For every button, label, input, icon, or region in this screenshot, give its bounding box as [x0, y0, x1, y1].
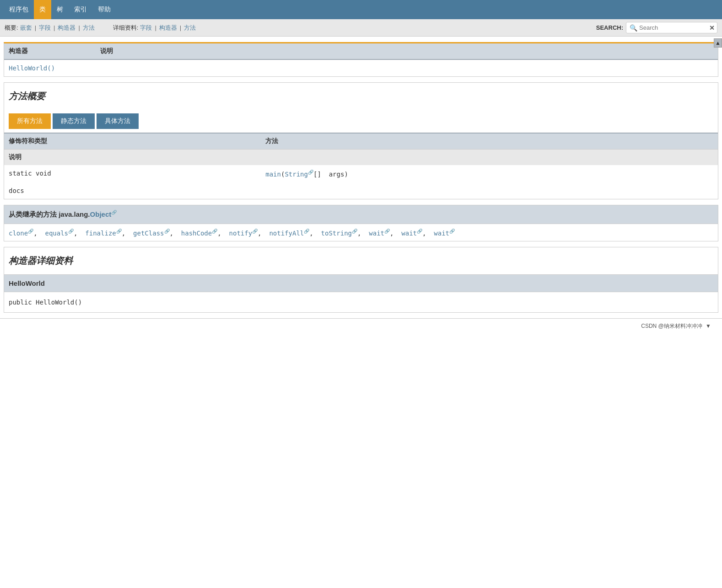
method-summary-section: 方法概要 所有方法 静态方法 具体方法 修饰符和类型 方法 说明 static … — [4, 82, 718, 199]
method-wait3-link[interactable]: wait — [434, 229, 449, 236]
constructor-detail-title: 构造器详细资料 — [4, 247, 718, 274]
search-icon: 🔍 — [630, 24, 637, 32]
desc-col-header: 说明 — [4, 150, 718, 166]
summary-method-link[interactable]: 方法 — [83, 24, 95, 32]
link-icon: 🔗 — [252, 229, 258, 234]
method-name-link[interactable]: main — [265, 171, 281, 178]
navbar-item-index[interactable]: 索引 — [69, 0, 92, 19]
inherited-section: 从类继承的方法 java.lang.Object🔗 clone🔗, equals… — [4, 205, 718, 242]
detail-method-link[interactable]: 方法 — [184, 24, 196, 32]
table-row: docs — [4, 182, 718, 199]
constructor-detail-item-header: HelloWorld — [4, 274, 718, 292]
link-icon: 🔗 — [417, 229, 422, 234]
navbar: 程序包 类 树 索引 帮助 — [0, 0, 722, 19]
search-clear-button[interactable]: ✕ — [709, 24, 715, 32]
navbar-item-help[interactable]: 帮助 — [92, 0, 116, 19]
sep2: | — [54, 24, 55, 31]
method-getclass-link[interactable]: getClass — [133, 229, 164, 236]
link-icon: 🔗 — [308, 170, 313, 175]
summary-label: 概要: — [5, 24, 18, 32]
constructor-col-header: 构造器 — [9, 47, 100, 55]
sep1: | — [35, 24, 36, 31]
sep4: | — [155, 24, 156, 31]
method-finalize-link[interactable]: finalize — [85, 229, 116, 236]
method-hashcode-link[interactable]: hashCode — [181, 229, 212, 236]
link-icon: 🔗 — [384, 229, 390, 234]
sep3: | — [78, 24, 80, 31]
object-class-link[interactable]: Object — [90, 210, 112, 218]
method-table: 修饰符和类型 方法 说明 static void main(String🔗[] … — [4, 133, 718, 199]
search-label: SEARCH: — [596, 24, 623, 31]
method-clone-link[interactable]: clone — [9, 229, 28, 236]
method-col-header: 方法 — [261, 133, 718, 150]
link-icon-object: 🔗 — [111, 210, 117, 215]
inherited-header: 从类继承的方法 java.lang.Object🔗 — [4, 205, 718, 224]
static-keyword: static void — [9, 170, 51, 177]
link-icon: 🔗 — [68, 229, 74, 234]
constructor-link[interactable]: HelloWorld() — [9, 64, 55, 72]
detail-constructor-link[interactable]: 构造器 — [159, 24, 177, 32]
method-equals-link[interactable]: equals — [45, 229, 68, 236]
method-tostring-link[interactable]: toString — [321, 229, 352, 236]
method-notifyall-link[interactable]: notifyAll — [269, 229, 304, 236]
search-box-wrap: 🔍 ✕ — [626, 22, 717, 33]
method-signature: main(String🔗[] args) — [261, 165, 718, 182]
navbar-item-tree[interactable]: 树 — [51, 0, 69, 19]
detail-label: 详细资料: — [113, 24, 139, 32]
method-notify-link[interactable]: notify — [229, 229, 253, 236]
detail-field-link[interactable]: 字段 — [140, 24, 152, 32]
description-col-header: 说明 — [100, 47, 713, 55]
constructor-summary-section: 构造器 说明 HelloWorld() — [4, 42, 718, 77]
link-icon: 🔗 — [28, 229, 33, 234]
sep5: | — [180, 24, 181, 31]
link-icon: 🔗 — [212, 229, 217, 234]
tab-concrete-methods[interactable]: 具体方法 — [97, 113, 139, 129]
subheader: 概要: 嵌套 | 字段 | 构造器 | 方法 详细资料: 字段 | 构造器 | … — [0, 19, 722, 37]
tab-all-methods[interactable]: 所有方法 — [9, 113, 51, 129]
constructor-table-header: 构造器 说明 — [4, 43, 718, 60]
navbar-item-class[interactable]: 类 — [34, 0, 51, 19]
method-description: docs — [4, 182, 718, 199]
table-row: static void main(String🔗[] args) — [4, 165, 718, 182]
string-type-link[interactable]: String — [285, 171, 308, 178]
method-section-title: 方法概要 — [4, 83, 718, 110]
search-input[interactable] — [626, 22, 717, 33]
summary-constructor-link[interactable]: 构造器 — [58, 24, 75, 32]
method-modifier: static void — [4, 165, 261, 182]
main-content: 构造器 说明 HelloWorld() 方法概要 所有方法 静态方法 具体方法 … — [0, 37, 722, 586]
link-icon: 🔗 — [352, 229, 357, 234]
link-icon: 🔗 — [304, 229, 309, 234]
method-wait2-link[interactable]: wait — [401, 229, 417, 236]
tab-static-methods[interactable]: 静态方法 — [53, 113, 95, 129]
constructor-detail-section: 构造器详细资料 HelloWorld public HelloWorld() — [4, 247, 718, 313]
search-area: SEARCH: 🔍 ✕ — [596, 22, 717, 33]
modifier-col-header: 修饰符和类型 — [4, 133, 261, 150]
footer: CSDN @纳米材料冲冲冲 ▼ — [0, 318, 722, 334]
link-icon: 🔗 — [449, 229, 455, 234]
navbar-item-package[interactable]: 程序包 — [4, 0, 34, 19]
table-row: HelloWorld() — [4, 60, 718, 76]
link-icon: 🔗 — [164, 229, 170, 234]
breadcrumb: 概要: 嵌套 | 字段 | 构造器 | 方法 详细资料: 字段 | 构造器 | … — [5, 24, 196, 32]
inherited-methods-list: clone🔗, equals🔗, finalize🔗, getClass🔗, h… — [4, 224, 718, 241]
scroll-up-arrow[interactable]: ▲ — [714, 38, 722, 48]
footer-text: CSDN @纳米材料冲冲冲 — [641, 323, 702, 329]
link-icon: 🔗 — [116, 229, 122, 234]
method-wait1-link[interactable]: wait — [369, 229, 384, 236]
footer-arrow[interactable]: ▼ — [706, 323, 711, 329]
constructor-detail-code: public HelloWorld() — [4, 292, 718, 312]
method-tabs: 所有方法 静态方法 具体方法 — [4, 110, 718, 133]
summary-field-link[interactable]: 字段 — [39, 24, 51, 32]
summary-nested-link[interactable]: 嵌套 — [20, 24, 32, 32]
